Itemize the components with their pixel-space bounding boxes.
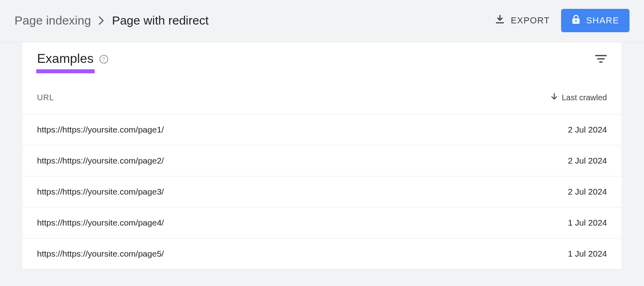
row-url: https://https://yoursite.com/page1/ — [37, 125, 568, 135]
column-last-crawled-label: Last crawled — [562, 93, 607, 102]
panel-header: Examples ? — [23, 42, 621, 93]
table-row[interactable]: https://https://yoursite.com/page5/1 Jul… — [23, 238, 621, 269]
table-body: https://https://yoursite.com/page1/2 Jul… — [23, 114, 621, 269]
row-url: https://https://yoursite.com/page5/ — [37, 249, 568, 259]
column-url[interactable]: URL — [37, 93, 551, 102]
breadcrumb-current: Page with redirect — [112, 14, 208, 27]
panel-title-text: Examples — [37, 51, 94, 66]
lock-icon — [572, 15, 580, 27]
row-last-crawled: 2 Jul 2024 — [568, 125, 607, 135]
examples-panel: Examples ? URL Last crawled https://http… — [23, 42, 621, 269]
header-actions: EXPORT SHARE — [495, 9, 630, 32]
svg-point-1 — [575, 20, 577, 22]
export-button[interactable]: EXPORT — [495, 14, 550, 27]
download-icon — [495, 14, 505, 27]
share-button[interactable]: SHARE — [561, 9, 630, 32]
breadcrumb: Page indexing Page with redirect — [14, 14, 208, 27]
row-url: https://https://yoursite.com/page4/ — [37, 218, 568, 228]
row-url: https://https://yoursite.com/page3/ — [37, 187, 568, 197]
row-last-crawled: 1 Jul 2024 — [568, 218, 607, 228]
row-last-crawled: 1 Jul 2024 — [568, 249, 607, 259]
chevron-right-icon — [98, 16, 105, 25]
share-label: SHARE — [586, 15, 619, 26]
table-header: URL Last crawled — [23, 93, 621, 114]
column-last-crawled[interactable]: Last crawled — [551, 93, 607, 103]
panel-title-wrap: Examples ? — [37, 51, 108, 66]
examples-table: URL Last crawled https://https://yoursit… — [23, 93, 621, 269]
table-row[interactable]: https://https://yoursite.com/page2/2 Jul… — [23, 145, 621, 176]
help-icon[interactable]: ? — [99, 55, 108, 64]
row-last-crawled: 2 Jul 2024 — [568, 187, 607, 197]
filter-button[interactable] — [595, 54, 607, 64]
topbar: Page indexing Page with redirect EXPORT … — [0, 0, 644, 42]
sort-descending-icon — [551, 93, 558, 103]
export-label: EXPORT — [511, 15, 550, 26]
breadcrumb-parent[interactable]: Page indexing — [14, 14, 91, 27]
row-url: https://https://yoursite.com/page2/ — [37, 156, 568, 166]
table-row[interactable]: https://https://yoursite.com/page1/2 Jul… — [23, 114, 621, 145]
panel-title: Examples — [37, 51, 94, 66]
table-row[interactable]: https://https://yoursite.com/page3/2 Jul… — [23, 176, 621, 207]
row-last-crawled: 2 Jul 2024 — [568, 156, 607, 166]
title-underline-accent — [36, 69, 95, 73]
table-row[interactable]: https://https://yoursite.com/page4/1 Jul… — [23, 207, 621, 238]
